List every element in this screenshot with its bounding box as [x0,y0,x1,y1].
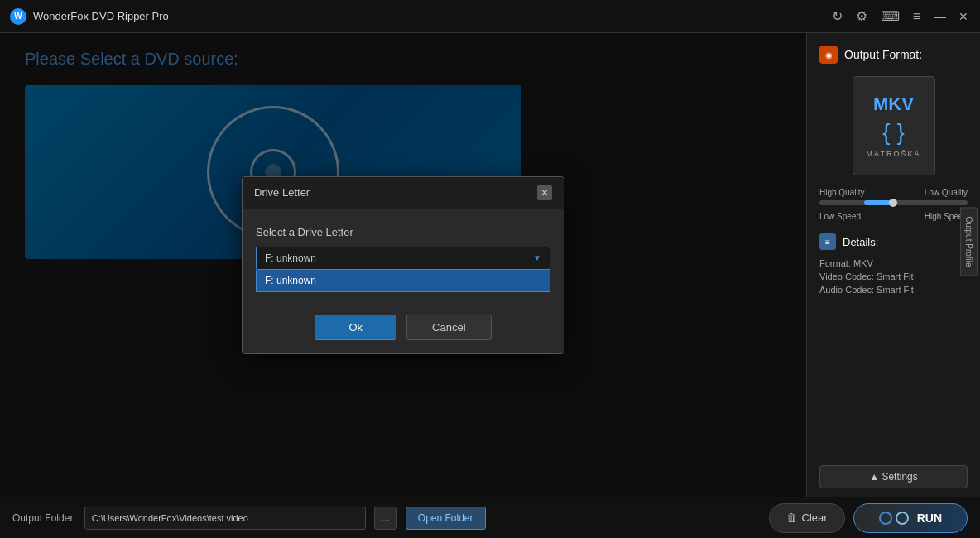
bottom-bar: Output Folder: ... Open Folder 🗑 Clear R… [0,497,980,538]
details-icon: ≡ [819,233,836,250]
format-detail: Format: MKV [819,258,968,268]
dropdown-selected-value[interactable]: F: unknown ▼ [256,247,550,270]
video-codec-detail: Video Codec: Smart Fit [819,271,968,281]
modal-overlay: Drive Letter ✕ Select a Drive Letter F: … [0,33,806,497]
run-icon-2 [896,512,909,525]
title-bar-icons: ↻ ⚙ ⌨ ≡ [832,8,920,24]
run-label: RUN [917,512,942,525]
high-quality-label: High Quality [819,188,864,197]
minimize-button[interactable]: — [934,10,947,23]
keyboard-icon[interactable]: ⌨ [881,8,900,24]
app-logo: W [10,8,26,25]
dialog-title-bar: Drive Letter ✕ [243,177,564,209]
speed-row: Low Speed High Speed [819,212,968,221]
settings-button[interactable]: ▲ Settings [819,465,968,488]
low-quality-label: Low Quality [925,188,968,197]
refresh-icon[interactable]: ↻ [832,8,843,24]
output-folder-label: Output Folder: [12,512,76,524]
app-title: WonderFox DVD Ripper Pro [33,10,169,22]
clear-label: Clear [802,512,828,524]
dropdown-arrow-icon: ▼ [533,253,541,262]
output-format-title: Output Format: [844,48,922,61]
ok-button[interactable]: Ok [315,315,396,340]
title-bar: W WonderFox DVD Ripper Pro ↻ ⚙ ⌨ ≡ — ✕ [0,0,980,33]
mkv-braces-icon: { } [882,119,904,146]
dropdown-options-list[interactable]: F: unknown [256,270,550,292]
selected-option-text: F: unknown [265,252,316,264]
run-button[interactable]: RUN [853,503,968,533]
low-speed-label: Low Speed [819,212,861,221]
dropdown-option-f-unknown[interactable]: F: unknown [257,270,550,291]
output-format-icon: ◉ [819,46,838,64]
matroska-label: MATROŠKA [867,150,921,158]
output-profile-tab[interactable]: Output Profile [960,207,978,276]
browse-button[interactable]: ... [374,507,397,530]
quality-row: High Quality Low Quality [819,188,968,197]
window-controls: — ✕ [934,10,970,23]
drive-letter-dropdown[interactable]: F: unknown ▼ F: unknown [256,247,550,270]
right-panel: ◉ Output Format: MKV { } MATROŠKA High Q… [806,33,980,497]
content-area: Please Select a DVD source: DVD R Drive … [0,33,806,497]
dialog-body: Select a Drive Letter F: unknown ▼ F: un… [243,209,564,305]
settings-icon[interactable]: ⚙ [856,8,867,24]
cancel-button[interactable]: Cancel [406,315,491,340]
title-bar-left: W WonderFox DVD Ripper Pro [10,8,169,25]
details-header: ≡ Details: [819,233,968,250]
mkv-format-box[interactable]: MKV { } MATROŠKA [853,76,935,175]
slider-thumb[interactable] [889,199,897,207]
dialog-footer: Ok Cancel [243,305,564,353]
main-layout: Please Select a DVD source: DVD R Drive … [0,33,980,497]
output-format-header: ◉ Output Format: [819,46,968,64]
close-button[interactable]: ✕ [957,10,970,23]
drive-letter-section-label: Select a Drive Letter [256,226,550,238]
clear-button[interactable]: 🗑 Clear [769,503,845,533]
quality-slider[interactable] [819,200,968,205]
run-icon-1 [879,512,892,525]
dialog-title: Drive Letter [254,186,310,199]
drive-letter-dialog: Drive Letter ✕ Select a Drive Letter F: … [242,176,564,354]
open-folder-button[interactable]: Open Folder [406,507,486,530]
menu-icon[interactable]: ≡ [913,9,920,24]
mkv-label: MKV [873,94,914,115]
run-icons [879,512,909,525]
trash-icon: 🗑 [786,512,797,524]
output-folder-input[interactable] [84,507,366,530]
audio-codec-detail: Audio Codec: Smart Fit [819,285,968,295]
dialog-close-button[interactable]: ✕ [537,185,552,200]
details-title: Details: [843,236,878,248]
